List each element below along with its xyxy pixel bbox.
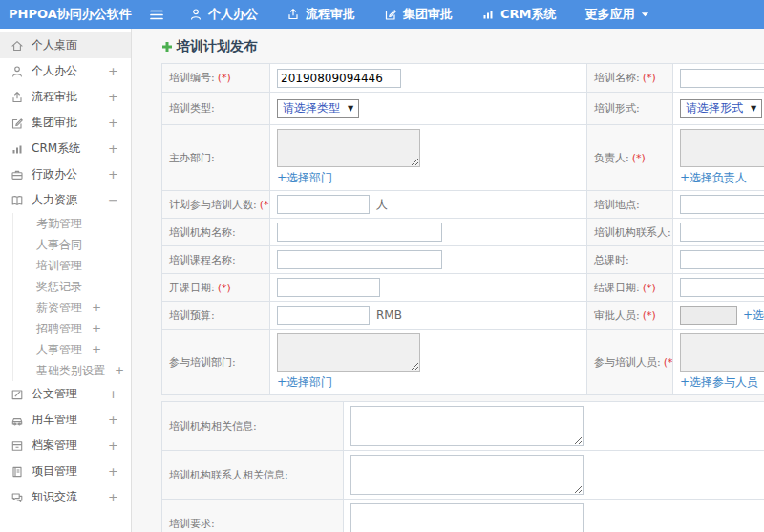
- expand-indicator: +: [108, 490, 118, 504]
- sidebar-item-documents[interactable]: 公文管理 +: [0, 381, 131, 407]
- hr-submenu: 考勤管理 人事合同 培训管理 奖惩记录 薪资管理 +: [12, 213, 131, 381]
- app-window: PHPOA协同办公软件 个人办公 流程审批 集团审批 CRM系统 更多应用: [0, 0, 764, 532]
- sidebar-subitem-label: 奖惩记录: [36, 279, 82, 295]
- expand-indicator: +: [108, 387, 118, 401]
- nav-personal-office[interactable]: 个人办公: [189, 6, 258, 23]
- sidebar-subitem-rewards[interactable]: 奖惩记录: [13, 276, 131, 297]
- join-depts-textarea[interactable]: [277, 333, 420, 372]
- currency-suffix: RMB: [376, 309, 402, 322]
- select-dept-link[interactable]: +选择部门: [277, 170, 580, 186]
- select-leader-link[interactable]: +选择负责人: [680, 170, 764, 186]
- field-label: 审批人员:: [594, 309, 640, 322]
- field-label: 培训地点:: [594, 199, 640, 211]
- location-input[interactable]: [680, 195, 764, 214]
- required-marker: (*): [643, 282, 656, 294]
- sidebar-item-personal-office[interactable]: 个人办公 +: [0, 58, 131, 84]
- sidebar-item-archives[interactable]: 档案管理 +: [0, 433, 131, 458]
- sidebar-item-workflow-approval[interactable]: 流程审批 +: [0, 84, 131, 110]
- sidebar-item-vehicles[interactable]: 用车管理 +: [0, 407, 131, 433]
- sidebar-item-label: 流程审批: [32, 89, 77, 105]
- sidebar-item-admin-office[interactable]: 行政办公 +: [0, 161, 131, 187]
- car-icon: [11, 414, 24, 427]
- approver-input[interactable]: [680, 306, 737, 325]
- sidebar-item-hr[interactable]: 人力资源 −: [0, 187, 131, 213]
- sidebar-item-label: CRM系统: [32, 140, 80, 157]
- expand-indicator: +: [108, 141, 118, 156]
- end-date-input[interactable]: [680, 278, 764, 297]
- field-label: 总课时:: [594, 254, 629, 266]
- expand-indicator: +: [108, 413, 118, 427]
- sidebar-subitem-label: 基础类别设置: [36, 363, 105, 379]
- sidebar-item-crm[interactable]: CRM系统 +: [0, 136, 131, 161]
- org-name-input[interactable]: [277, 223, 442, 242]
- sidebar-subitem-hr-contract[interactable]: 人事合同: [13, 234, 131, 255]
- org-info-textarea[interactable]: [350, 406, 584, 446]
- archive-icon: [11, 439, 24, 453]
- total-hours-input[interactable]: [680, 250, 764, 269]
- training-type-select[interactable]: 请选择类型 ▼: [277, 99, 359, 118]
- sidebar-item-knowledge[interactable]: 知识交流 +: [0, 484, 131, 510]
- org-contact-info-textarea[interactable]: [350, 455, 584, 495]
- field-label: 培训机构联系人:: [594, 226, 671, 239]
- expand-indicator: +: [108, 438, 118, 453]
- notebook-icon: [11, 465, 24, 479]
- sidebar: 个人桌面 个人办公 + 流程审批 + 集团审批 + CRM系统 +: [0, 29, 132, 532]
- dropdown-arrow-icon: ▼: [348, 105, 353, 113]
- field-label: 结课日期:: [594, 282, 640, 294]
- join-people-textarea[interactable]: [680, 333, 764, 372]
- user-icon: [11, 65, 24, 78]
- sidebar-item-label: 档案管理: [32, 437, 77, 454]
- select-dept-link[interactable]: +选择部门: [277, 374, 580, 391]
- sidebar-item-label: 集团审批: [32, 115, 77, 131]
- sidebar-subitem-recruit[interactable]: 招聘管理 +: [13, 318, 131, 339]
- page-title-text: 培训计划发布: [177, 38, 257, 55]
- sidebar-subitem-salary[interactable]: 薪资管理 +: [13, 297, 131, 318]
- sidebar-subitem-attendance[interactable]: 考勤管理: [13, 213, 131, 234]
- expand-indicator: +: [108, 116, 118, 130]
- host-dept-textarea[interactable]: [277, 129, 420, 167]
- select-participants-link[interactable]: +选择参与人员: [680, 374, 764, 391]
- expand-indicator: +: [108, 64, 118, 78]
- nav-crm-system[interactable]: CRM系统: [481, 6, 557, 23]
- form-row: 培训机构相关信息:: [162, 402, 764, 451]
- field-label: 参与培训人员:: [594, 356, 661, 369]
- form-row: 计划参与培训人数:(*) 人 培训地点:: [162, 191, 764, 219]
- nav-group-approval[interactable]: 集团审批: [384, 6, 453, 23]
- select-approver-link[interactable]: +选择审批人员: [743, 309, 764, 322]
- expand-indicator: +: [115, 364, 124, 377]
- nav-more-apps[interactable]: 更多应用: [585, 6, 649, 23]
- required-marker: (*): [218, 72, 231, 84]
- sidebar-subitem-personnel[interactable]: 人事管理 +: [13, 339, 131, 360]
- form-row: 开课日期:(*) 结课日期:(*): [162, 274, 764, 302]
- sidebar-subitem-label: 考勤管理: [36, 216, 82, 232]
- document-edit-icon: [11, 388, 24, 401]
- start-date-input[interactable]: [277, 278, 380, 297]
- sidebar-item-projects[interactable]: 项目管理 +: [0, 458, 131, 484]
- briefcase-icon: [11, 168, 24, 181]
- form-row: 培训预算: RMB 审批人员:(*) +选择审批人员: [162, 302, 764, 330]
- sidebar-item-label: 人力资源: [32, 192, 77, 208]
- training-form-select[interactable]: 请选择形式 ▼: [680, 99, 762, 118]
- nav-label: 流程审批: [306, 6, 355, 23]
- required-marker: (*): [643, 72, 656, 84]
- course-name-input[interactable]: [277, 250, 442, 269]
- training-no-input[interactable]: [277, 69, 401, 88]
- sidebar-item-label: 用车管理: [32, 412, 77, 428]
- sidebar-item-desktop[interactable]: 个人桌面: [0, 32, 131, 58]
- field-label: 参与培训部门:: [169, 356, 236, 369]
- nav-workflow-approval[interactable]: 流程审批: [286, 6, 355, 23]
- org-contact-input[interactable]: [680, 223, 764, 242]
- user-icon: [189, 8, 202, 21]
- leader-textarea[interactable]: [680, 129, 764, 167]
- sidebar-subitem-base-category[interactable]: 基础类别设置 +: [13, 360, 131, 381]
- training-name-input[interactable]: [680, 69, 764, 88]
- requirements-textarea[interactable]: [350, 503, 584, 532]
- planned-count-input[interactable]: [277, 195, 370, 214]
- budget-input[interactable]: [277, 306, 370, 325]
- menu-toggle-button[interactable]: [149, 9, 164, 21]
- sidebar-item-group-approval[interactable]: 集团审批 +: [0, 110, 131, 136]
- field-label: 培训编号:: [169, 72, 215, 84]
- home-icon: [11, 39, 24, 53]
- sidebar-subitem-training[interactable]: 培训管理: [13, 255, 131, 276]
- training-form-table-bottom: 培训机构相关信息: 培训机构联系人相关信息: 培训要求: 附件文档: +附件上传: [161, 401, 764, 532]
